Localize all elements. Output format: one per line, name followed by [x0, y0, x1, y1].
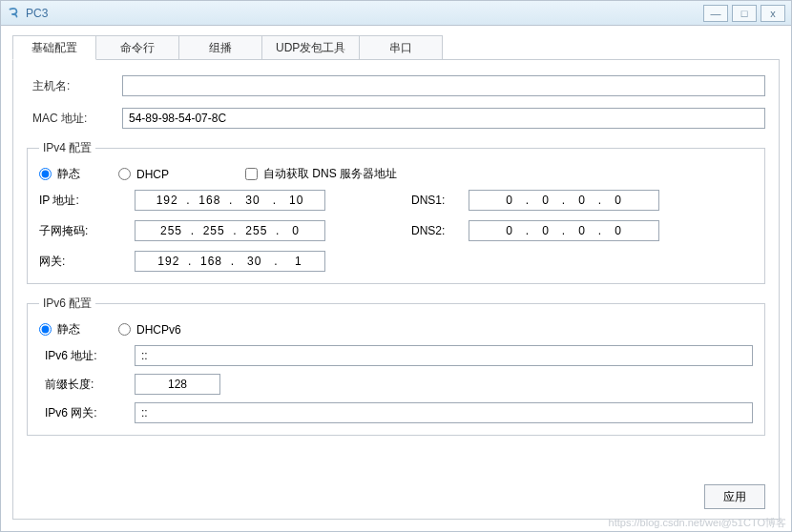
dns2-label: DNS2: — [392, 224, 469, 237]
auto-dns-checkbox[interactable]: 自动获取 DNS 服务器地址 — [245, 166, 397, 182]
ip-label: IP 地址: — [39, 193, 135, 209]
dns1-label: DNS1: — [392, 194, 469, 207]
ipv6-gw-label: IPv6 网关: — [39, 405, 135, 421]
ipv4-static-radio[interactable]: 静态 — [39, 166, 80, 182]
ipv6-addr-label: IPv6 地址: — [39, 348, 135, 364]
tab-panel: 主机名: MAC 地址: IPv4 配置 静态 DHCP 自动获取 DNS 服务… — [12, 59, 780, 520]
dns1-input[interactable] — [469, 190, 659, 211]
mask-label: 子网掩码: — [39, 223, 135, 239]
ipv6-prefix-input[interactable] — [135, 374, 220, 395]
mac-label: MAC 地址: — [27, 111, 122, 127]
ipv4-dhcp-radio[interactable]: DHCP — [118, 168, 169, 181]
hostname-row: 主机名: — [27, 75, 765, 96]
apply-button[interactable]: 应用 — [704, 484, 765, 509]
tab-command-line[interactable]: 命令行 — [95, 35, 179, 60]
tab-udp-tool[interactable]: UDP发包工具 — [261, 35, 360, 60]
ipv6-addr-input[interactable] — [135, 345, 753, 366]
tab-multicast[interactable]: 组播 — [178, 35, 262, 60]
ipv4-legend: IPv4 配置 — [39, 140, 95, 156]
ipv4-fieldset: IPv4 配置 静态 DHCP 自动获取 DNS 服务器地址 IP 地址: DN… — [27, 140, 765, 284]
maximize-button[interactable]: □ — [732, 5, 757, 22]
ipv4-grid: IP 地址: DNS1: 子网掩码: DNS2: 网关: — [39, 190, 753, 272]
mac-row: MAC 地址: — [27, 108, 765, 129]
footer: 应用 — [27, 484, 765, 509]
close-button[interactable]: x — [761, 5, 785, 22]
ipv6-mode-row: 静态 DHCPv6 — [39, 321, 753, 338]
title-bar: PC3 — □ x — [1, 1, 791, 26]
ipv4-mode-row: 静态 DHCP 自动获取 DNS 服务器地址 — [39, 166, 753, 182]
tab-serial[interactable]: 串口 — [359, 35, 443, 60]
hostname-label: 主机名: — [27, 78, 122, 94]
window-controls: — □ x — [703, 5, 785, 22]
ipv6-legend: IPv6 配置 — [39, 296, 95, 312]
client-area: 基础配置 命令行 组播 UDP发包工具 串口 主机名: MAC 地址: IPv4… — [1, 26, 791, 531]
ip-input[interactable] — [135, 190, 325, 211]
hostname-input[interactable] — [122, 75, 765, 96]
gateway-label: 网关: — [39, 254, 135, 270]
ipv6-prefix-label: 前缀长度: — [39, 377, 135, 393]
ipv6-fieldset: IPv6 配置 静态 DHCPv6 IPv6 地址: 前缀长度: IPv6 网关… — [27, 296, 765, 436]
mac-input[interactable] — [122, 108, 765, 129]
tab-strip: 基础配置 命令行 组播 UDP发包工具 串口 — [12, 35, 780, 60]
minimize-button[interactable]: — — [703, 5, 728, 22]
dns2-input[interactable] — [469, 220, 659, 241]
ipv6-dhcpv6-radio[interactable]: DHCPv6 — [118, 323, 181, 337]
tab-basic-config[interactable]: 基础配置 — [12, 35, 96, 60]
window-title: PC3 — [26, 7, 703, 20]
gateway-input[interactable] — [135, 251, 325, 272]
ipv6-gw-input[interactable] — [135, 402, 753, 423]
ipv6-static-radio[interactable]: 静态 — [39, 321, 80, 338]
mask-input[interactable] — [135, 220, 325, 241]
app-icon — [7, 7, 20, 20]
